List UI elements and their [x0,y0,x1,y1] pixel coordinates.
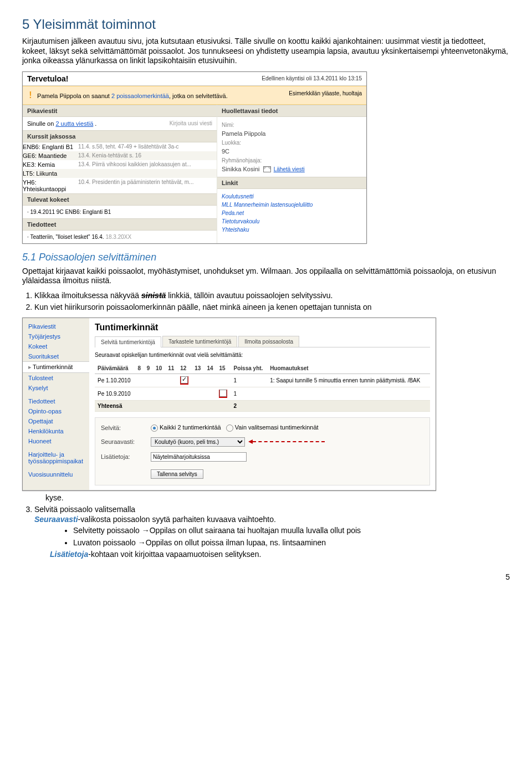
sidebar-item[interactable]: Huoneet [23,436,89,446]
external-link[interactable]: Yhteishaku [222,226,362,234]
panel-title: Tuntimerkinnät [95,323,430,333]
side-nav: Pikaviestit Työjärjestys Kokeet Suorituk… [23,318,89,490]
envelope-icon[interactable] [263,166,271,172]
warning-icon: ! [27,90,34,100]
external-link[interactable]: Peda.net [222,209,362,217]
external-link[interactable]: Koulutusnetti [222,192,362,201]
sidebar-item[interactable]: Vuosisuunnittelu [23,469,89,479]
alert-bar: ! Pamela Piippola on saanut 2 poissaolom… [23,86,366,105]
course-row: ENB6: Englanti B111.4. s.58, teht. 47-49… [23,142,217,151]
pikaviestit-header: Pikaviestit [23,105,217,117]
sidebar-item-selected[interactable]: ▸Tuntimerkinnät [23,361,89,373]
steps-list: Klikkaa ilmoituksessa näkyvää sinistä li… [34,290,510,312]
last-visit: Edellinen käyntisi oli 13.4.2011 klo 13:… [262,75,362,81]
list-item: Kun viet hiirikursorin poissaolomerkinnä… [34,302,510,312]
pupil-class: 9C [222,147,362,156]
intro-paragraph: Kirjautumisen jälkeen avautuu sivu, jota… [22,37,510,66]
table-row-sum: Yhteensä 2 [95,401,430,412]
save-button[interactable]: Tallenna selvitys [151,469,203,479]
sidebar-item[interactable]: Opinto-opas [23,406,89,416]
table-row: Pe 1.10.2010 1 1: Saapui tunnille 5 minu… [95,374,430,387]
extra-info-input[interactable] [151,452,247,462]
sidebar-item[interactable]: Kokeet [23,341,89,351]
sidebar-item[interactable]: Tiedotteet [23,396,89,406]
tulevat-header: Tulevat kokeet [23,193,217,206]
sidebar-item[interactable]: Pikaviestit [23,321,89,331]
continued-line: kyse. [45,493,510,502]
sidebar-item[interactable]: Tulosteet [23,373,89,383]
sidebar-item[interactable]: Opettajat [23,416,89,426]
list-item: Klikkaa ilmoituksessa näkyvää sinistä li… [34,290,510,300]
linkit-header: Linkit [217,177,366,189]
section-heading: 5 Yleisimmät toiminnot [22,17,510,32]
lead-text: Seuraavat opiskelijan tuntimerkinnät ova… [95,352,430,359]
bullet-item: Luvaton poissaolo →Oppilas on ollut pois… [73,538,510,548]
absence-link[interactable]: 2 poissaolomerkintää [111,93,169,99]
course-row: KE3: Kemia13.4. Piirrä vihkoosi kaikkien… [23,160,217,169]
group-supervisor: Sinikka Kosini [222,166,259,172]
course-row: YH6: Yhteiskuntaoppi10.4. Presidentin ja… [23,178,217,193]
course-row: GE6: Maantiede13.4. Kenia-tehtävät s. 16 [23,151,217,160]
send-message-link[interactable]: Lähetä viesti [274,166,305,172]
sidebar-item[interactable]: Harjoittelu- ja työssäoppimispaikat [23,449,89,466]
new-messages-link[interactable]: 2 uutta viestiä [55,120,93,127]
screenshot-tuntimerkinnat: Pikaviestit Työjärjestys Kokeet Suorituk… [22,318,436,491]
role-text: Esimerkkilän yläaste, huoltaja [289,90,362,100]
absence-cell[interactable] [180,376,188,385]
write-message-link[interactable]: Kirjoita uusi viesti [170,120,212,127]
pupil-name: Pamela Piippola [222,129,362,138]
bullet-item: Selvitetty poissaolo →Oppilas on ollut s… [73,525,510,535]
tab[interactable]: Ilmoita poissaolosta [238,336,299,347]
radio-all[interactable] [151,424,158,432]
external-link[interactable]: MLL Mannerheimin lastensuojeluliitto [222,201,362,209]
sidebar-item[interactable]: Suoritukset [23,351,89,361]
para-absences: Opettajat kirjaavat kaikki poissaolot, m… [22,267,510,286]
tiedotteet-header: Tiedotteet [23,218,217,231]
huollettava-header: Huollettavasi tiedot [217,105,366,117]
list-item: Selvitä poissaolo valitsemalla Seuraavas… [34,504,510,559]
external-link[interactable]: Tietoturvakoulu [222,217,362,226]
reason-select[interactable]: Koulutyö (kuoro, peli tms.) [151,437,245,447]
checkbox-icon[interactable] [181,376,188,383]
tab[interactable]: Tarkastele tuntimerkintöjä [162,336,237,347]
radio-selected[interactable] [226,424,233,432]
absence-table: Päivämäärä 89101112131415 Poissa yht. Hu… [95,363,430,412]
table-row: Pe 10.9.2010 1 [95,387,430,401]
sidebar-item[interactable]: Kyselyt [23,383,89,393]
tabs: Selvitä tuntimerkintöjä Tarkastele tunti… [95,336,430,347]
kurssit-header: Kurssit jaksossa [23,130,217,142]
dashed-arrow [253,441,325,442]
exam-row: · 19.4.2011 9C ENB6: Englanti B1 [23,206,217,218]
page-number: 5 [22,572,510,581]
course-row: LT5: Liikunta [23,169,217,178]
tab-active[interactable]: Selvitä tuntimerkintöjä [95,336,161,347]
checkbox-icon[interactable] [219,390,227,397]
screenshot-tervetuloa: Tervetuloa! Edellinen käyntisi oli 13.4.… [22,71,367,244]
absence-cell[interactable] [219,390,227,398]
sidebar-item[interactable]: Henkilökunta [23,426,89,436]
arrow-icon [248,439,253,444]
bulletin-row: · Teatteriin, "Iloiset lesket" 16.4. 18.… [23,231,217,243]
welcome-title: Tervetuloa! [27,74,68,83]
sidebar-item[interactable]: Työjärjestys [23,331,89,341]
subsection-heading: 5.1 Poissaolojen selvittäminen [22,252,510,263]
steps-list-continued: Selvitä poissaolo valitsemalla Seuraavas… [34,504,510,559]
